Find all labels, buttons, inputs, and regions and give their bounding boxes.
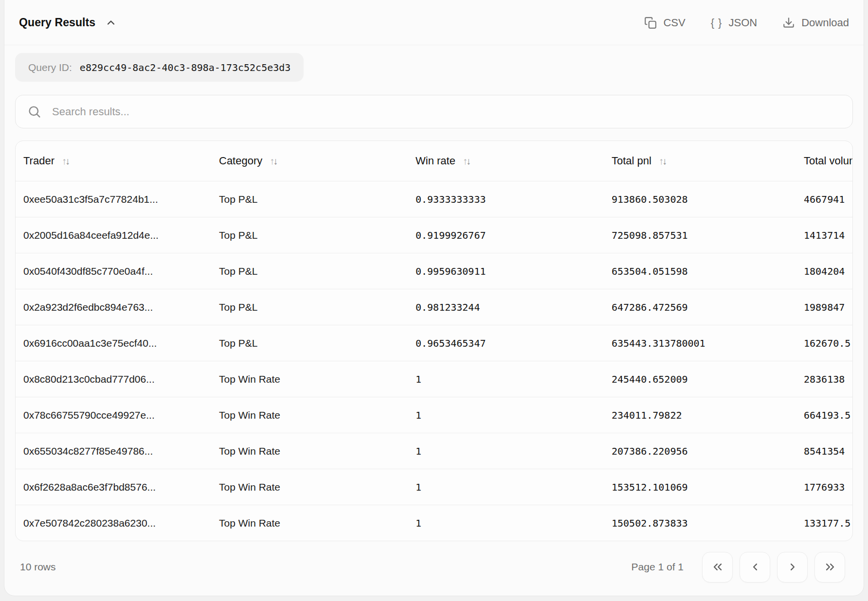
page-status: Page 1 of 1 (632, 561, 684, 573)
cell-total-pnl: 913860.503028 (612, 194, 804, 205)
previous-page-button[interactable] (740, 552, 770, 583)
query-id-label: Query ID: (28, 62, 72, 73)
column-header-category[interactable]: Category ↑↓ (219, 155, 416, 167)
column-header-total-volume[interactable]: Total volume ↑↓ (804, 155, 853, 167)
cell-total-vol: 4667941 (804, 194, 853, 205)
cell-trader: 0x2005d16a84ceefa912d4e... (23, 230, 219, 241)
cell-total-vol: 1989847 (804, 301, 853, 313)
pagination (702, 552, 845, 583)
cell-category: Top P&L (219, 337, 416, 349)
cell-category: Top Win Rate (219, 481, 416, 493)
chevron-up-icon (105, 17, 117, 29)
table-row[interactable]: 0x655034c8277f85e49786...Top Win Rate120… (16, 433, 853, 469)
table-footer: 10 rows Page 1 of 1 (15, 541, 853, 596)
cell-total-pnl: 150502.873833 (612, 517, 804, 529)
query-id-value: e829cc49-8ac2-40c3-898a-173c52c5e3d3 (80, 62, 290, 73)
cell-win-rate: 1 (416, 517, 612, 529)
chevron-right-icon (786, 560, 799, 574)
cell-trader: 0x6f2628a8ac6e3f7bd8576... (23, 481, 219, 493)
download-button-label: Download (801, 17, 849, 29)
table-header-row: Trader ↑↓ Category ↑↓ Win rate ↑↓ Total … (16, 141, 853, 181)
cell-trader: 0x8c80d213c0cbad777d06... (23, 373, 219, 385)
table-row[interactable]: 0x6f2628a8ac6e3f7bd8576...Top Win Rate11… (16, 469, 853, 505)
table-row[interactable]: 0x6916cc00aa1c3e75ecf40...Top P&L0.96534… (16, 325, 853, 361)
cell-category: Top Win Rate (219, 373, 416, 385)
cell-total-pnl: 245440.652009 (612, 373, 804, 385)
cell-win-rate: 1 (416, 481, 612, 493)
table-row[interactable]: 0x7e507842c280238a6230...Top Win Rate115… (16, 505, 853, 541)
cell-total-vol: 133177.5 (804, 517, 853, 529)
sort-icon: ↑↓ (62, 156, 69, 166)
table-row[interactable]: 0x2005d16a84ceefa912d4e...Top P&L0.91999… (16, 217, 853, 253)
results-table: Trader ↑↓ Category ↑↓ Win rate ↑↓ Total … (15, 141, 853, 541)
cell-total-pnl: 647286.472569 (612, 301, 804, 313)
sort-icon: ↑↓ (270, 156, 276, 166)
last-page-button[interactable] (814, 552, 845, 583)
csv-button[interactable]: CSV (644, 17, 685, 29)
cell-category: Top Win Rate (219, 409, 416, 421)
cell-total-vol: 2836138 (804, 373, 853, 385)
cell-total-pnl: 207386.220956 (612, 445, 804, 457)
cell-trader: 0x7e507842c280238a6230... (23, 517, 219, 529)
cell-win-rate: 0.981233244 (416, 301, 612, 313)
cell-win-rate: 1 (416, 445, 612, 457)
column-header-total-pnl[interactable]: Total pnl ↑↓ (612, 155, 804, 167)
cell-total-vol: 1804204 (804, 265, 853, 277)
cell-trader: 0x6916cc00aa1c3e75ecf40... (23, 337, 219, 349)
cell-total-vol: 1413714 (804, 230, 853, 241)
column-header-win-rate[interactable]: Win rate ↑↓ (416, 155, 612, 167)
csv-button-label: CSV (663, 17, 685, 29)
cell-category: Top P&L (219, 194, 416, 205)
cell-category: Top Win Rate (219, 517, 416, 529)
cell-trader: 0x2a923d2f6edbc894e763... (23, 301, 219, 313)
cell-total-vol: 664193.5 (804, 409, 853, 421)
table-body: 0xee50a31c3f5a7c77824b1...Top P&L0.93333… (16, 181, 852, 541)
cell-trader: 0x655034c8277f85e49786... (23, 445, 219, 457)
sort-icon: ↑↓ (659, 156, 666, 166)
cell-total-vol: 162670.5 (804, 337, 853, 349)
table-row[interactable]: 0x78c66755790cce49927e...Top Win Rate123… (16, 397, 853, 433)
cell-trader: 0xee50a31c3f5a7c77824b1... (23, 194, 219, 205)
json-button-label: JSON (728, 17, 757, 29)
cell-win-rate: 0.9199926767 (416, 230, 612, 241)
cell-total-pnl: 653504.051598 (612, 265, 804, 277)
cell-category: Top P&L (219, 301, 416, 313)
row-count: 10 rows (20, 561, 56, 573)
cell-total-pnl: 725098.857531 (612, 230, 804, 241)
table-row[interactable]: 0xee50a31c3f5a7c77824b1...Top P&L0.93333… (16, 181, 853, 217)
download-button[interactable]: Download (782, 17, 849, 29)
cell-category: Top P&L (219, 230, 416, 241)
chevron-left-icon (748, 560, 762, 574)
search-icon (27, 105, 41, 119)
table-row[interactable]: 0x2a923d2f6edbc894e763...Top P&L0.981233… (16, 289, 853, 325)
download-icon (782, 17, 795, 29)
cell-trader: 0x0540f430df85c770e0a4f... (23, 265, 219, 277)
cell-win-rate: 0.9653465347 (416, 337, 612, 349)
column-header-trader[interactable]: Trader ↑↓ (23, 155, 219, 167)
cell-win-rate: 1 (416, 409, 612, 421)
cell-total-pnl: 153512.101069 (612, 481, 804, 493)
sort-icon: ↑↓ (463, 156, 470, 166)
query-results-panel: Query Results CSV { } JSON (4, 0, 864, 596)
cell-total-vol: 8541354 (804, 445, 853, 457)
search-input[interactable] (51, 105, 841, 119)
next-page-button[interactable] (777, 552, 808, 583)
page-title: Query Results (19, 16, 95, 29)
table-row[interactable]: 0x8c80d213c0cbad777d06...Top Win Rate124… (16, 361, 853, 397)
search-bar (15, 95, 853, 128)
cell-total-vol: 1776933 (804, 481, 853, 493)
first-page-button[interactable] (702, 552, 733, 583)
cell-win-rate: 1 (416, 373, 612, 385)
json-button[interactable]: { } JSON (711, 17, 758, 29)
cell-win-rate: 0.9959630911 (416, 265, 612, 277)
chevrons-left-icon (711, 560, 724, 574)
panel-header: Query Results CSV { } JSON (4, 0, 864, 45)
cell-win-rate: 0.9333333333 (416, 194, 612, 205)
collapse-button[interactable] (104, 16, 118, 30)
table-row[interactable]: 0x0540f430df85c770e0a4f...Top P&L0.99596… (16, 253, 853, 289)
copy-icon (644, 17, 657, 29)
cell-total-pnl: 635443.313780001 (612, 337, 804, 349)
braces-icon: { } (711, 17, 723, 29)
cell-category: Top P&L (219, 265, 416, 277)
cell-total-pnl: 234011.79822 (612, 409, 804, 421)
